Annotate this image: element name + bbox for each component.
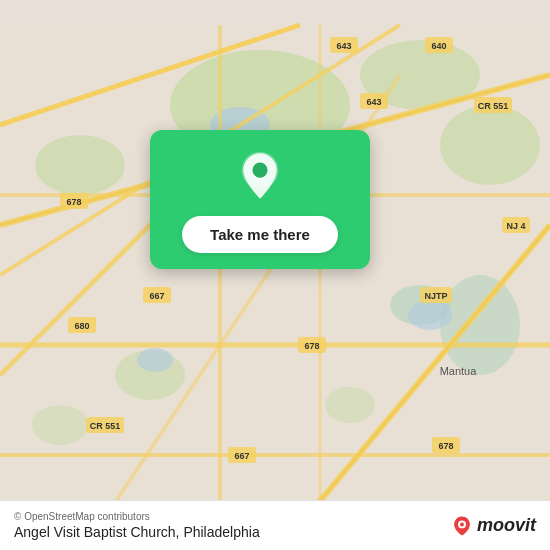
bottom-bar: © OpenStreetMap contributors Angel Visit… (0, 500, 550, 550)
svg-text:643: 643 (366, 97, 381, 107)
svg-text:667: 667 (234, 451, 249, 461)
svg-text:678: 678 (438, 441, 453, 451)
svg-point-9 (32, 405, 88, 445)
location-card: Take me there (150, 130, 370, 269)
svg-point-8 (325, 387, 375, 423)
svg-text:680: 680 (74, 321, 89, 331)
svg-point-12 (137, 348, 173, 372)
map-container: 643 640 643 CR 551 556 678 667 NJTP NJ 4… (0, 0, 550, 550)
take-me-there-button[interactable]: Take me there (182, 216, 338, 253)
svg-text:678: 678 (66, 197, 81, 207)
map-background: 643 640 643 CR 551 556 678 667 NJTP NJ 4… (0, 0, 550, 550)
svg-text:CR 551: CR 551 (90, 421, 121, 431)
svg-text:Mantua: Mantua (440, 365, 478, 377)
svg-text:643: 643 (336, 41, 351, 51)
svg-point-56 (252, 163, 267, 178)
svg-text:678: 678 (304, 341, 319, 351)
moovit-pin-icon (451, 515, 473, 537)
bottom-info: © OpenStreetMap contributors Angel Visit… (14, 511, 260, 540)
svg-point-4 (35, 135, 125, 195)
location-pin-icon (234, 150, 286, 202)
svg-text:NJTP: NJTP (424, 291, 447, 301)
location-name: Angel Visit Baptist Church, Philadelphia (14, 524, 260, 540)
svg-point-58 (460, 522, 464, 526)
moovit-logo: moovit (451, 515, 536, 537)
moovit-brand-text: moovit (477, 515, 536, 536)
map-attribution: © OpenStreetMap contributors (14, 511, 260, 522)
svg-point-3 (440, 105, 540, 185)
svg-text:CR 551: CR 551 (478, 101, 509, 111)
svg-point-11 (408, 300, 452, 330)
svg-text:640: 640 (431, 41, 446, 51)
svg-text:NJ 4: NJ 4 (506, 221, 525, 231)
svg-text:667: 667 (149, 291, 164, 301)
